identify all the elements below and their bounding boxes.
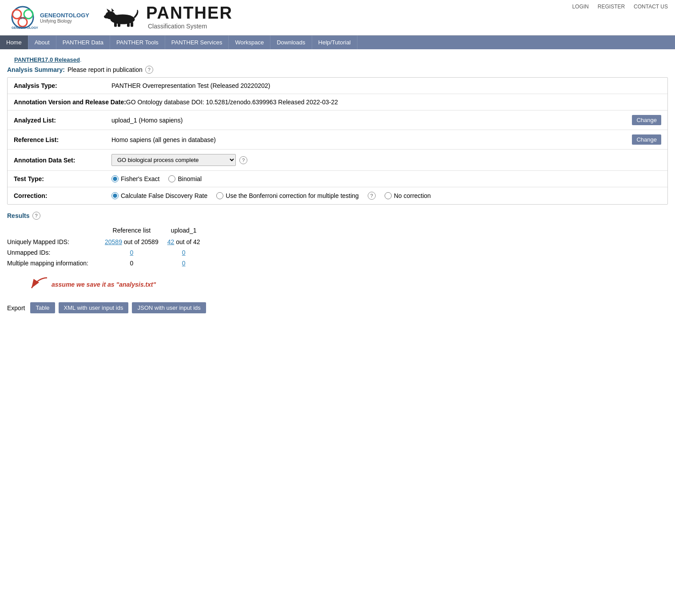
analysis-summary-help-icon[interactable]: ? [145, 66, 153, 74]
login-link[interactable]: LOGIN [572, 4, 588, 10]
analysis-type-value: PANTHER Overrepresentation Test (Release… [111, 82, 661, 89]
test-type-row: Test Type: Fisher's Exact Binomial [8, 171, 667, 187]
annotation-dataset-label: Annotation Data Set: [14, 157, 111, 164]
multiple-mapping-upload-link[interactable]: 0 [182, 260, 186, 267]
annotation-version-value: GO Ontology database DOI: 10.5281/zenodo… [126, 99, 661, 106]
analysis-type-row: Analysis Type: PANTHER Overrepresentatio… [8, 78, 667, 94]
reference-list-row: Reference List: Homo sapiens (all genes … [8, 130, 667, 150]
svg-text:GENEONTOLOGY: GENEONTOLOGY [12, 26, 38, 29]
uniquely-mapped-ref: 20589 out of 20589 [105, 237, 167, 247]
test-type-radio-group: Fisher's Exact Binomial [111, 175, 202, 182]
correction-fdr-radio[interactable] [111, 192, 119, 199]
svg-rect-13 [114, 22, 117, 27]
unmapped-upload: 0 [167, 247, 209, 258]
table-row: Uniquely Mapped IDS: 20589 out of 20589 … [7, 237, 209, 247]
correction-bonferroni-radio[interactable] [216, 192, 223, 199]
nav-item-about[interactable]: About [28, 36, 56, 49]
analyzed-list-value: upload_1 (Homo sapiens) [111, 117, 632, 124]
uniquely-mapped-upload-link[interactable]: 42 [167, 238, 175, 245]
svg-marker-12 [111, 8, 114, 12]
export-table-button[interactable]: Table [30, 302, 55, 313]
analysis-summary-note: Please report in publication [68, 66, 143, 73]
unmapped-ref-link[interactable]: 0 [130, 249, 133, 256]
table-row: Multiple mapping information: 0 0 [7, 258, 209, 269]
correction-none-label: No correction [394, 192, 431, 199]
correction-none-radio[interactable] [385, 192, 392, 199]
go-logo-svg: GO GENEONTOLOGY Unifying Biology [7, 5, 38, 30]
results-label: Results [7, 212, 30, 219]
correction-row: Correction: Calculate False Discovery Ra… [8, 187, 667, 204]
analysis-summary-label: Analysis Summary: [7, 66, 65, 73]
nav-item-panther-tools[interactable]: PANTHER Tools [110, 36, 165, 49]
nav-item-home[interactable]: Home [0, 36, 28, 49]
panther-text-group: PANTHER Classification System [146, 4, 233, 32]
correction-bonferroni-option[interactable]: Use the Bonferroni correction for multip… [216, 192, 359, 199]
unmapped-upload-link[interactable]: 0 [182, 249, 186, 256]
results-header: Results ? [7, 212, 668, 220]
results-table: Reference list upload_1 Uniquely Mapped … [7, 225, 209, 269]
analyzed-list-row: Analyzed List: upload_1 (Homo sapiens) C… [8, 111, 667, 130]
multiple-mapping-upload: 0 [167, 258, 209, 269]
svg-point-10 [104, 15, 109, 18]
save-arrow-annotation: assume we save it as "analysis.txt" [25, 276, 668, 293]
test-type-fishers-option[interactable]: Fisher's Exact [111, 175, 159, 182]
main-content: PANTHER17.0 Released. Analysis Summary: … [0, 49, 675, 318]
test-type-binomial-option[interactable]: Binomial [168, 175, 202, 182]
analysis-box: Analysis Type: PANTHER Overrepresentatio… [7, 77, 668, 205]
save-note-area: assume we save it as "analysis.txt" [7, 276, 668, 299]
nav-item-panther-data[interactable]: PANTHER Data [56, 36, 110, 49]
svg-rect-15 [127, 22, 130, 27]
geneontology-name: GENEONTOLOGY [40, 12, 89, 19]
nav-item-workspace[interactable]: Workspace [229, 36, 270, 49]
register-link[interactable]: REGISTER [598, 4, 625, 10]
correction-fdr-option[interactable]: Calculate False Discovery Rate [111, 192, 207, 199]
header-right-links: LOGIN REGISTER CONTACT US [572, 4, 668, 10]
results-col-header-ref: Reference list [105, 225, 167, 237]
analyzed-list-label: Analyzed List: [14, 117, 111, 124]
nav-item-panther-services[interactable]: PANTHER Services [165, 36, 229, 49]
panther-subtitle: Classification System [148, 23, 233, 30]
reference-list-value: Homo sapiens (all genes in database) [111, 136, 632, 143]
geneontology-logo[interactable]: GO GENEONTOLOGY Unifying Biology GENEONT… [7, 5, 89, 30]
analysis-summary-header: Analysis Summary: Please report in publi… [7, 66, 668, 74]
export-bar: Export Table XML with user input ids JSO… [7, 302, 668, 313]
export-xml-button[interactable]: XML with user input ids [59, 302, 129, 313]
announcement-bar: PANTHER17.0 Released. [7, 54, 668, 66]
announcement-suffix: . [80, 56, 82, 63]
annotation-dataset-select[interactable]: GO biological process complete GO molecu… [111, 154, 236, 166]
svg-rect-14 [118, 22, 120, 27]
panther-animal-icon [98, 5, 143, 31]
correction-radio-group: Calculate False Discovery Rate Use the B… [111, 192, 431, 200]
test-type-binomial-label: Binomial [178, 175, 202, 182]
announcement-link[interactable]: PANTHER17.0 Released [14, 56, 80, 63]
nav-item-help[interactable]: Help/Tutorial [312, 36, 357, 49]
uniquely-mapped-ref-suffix: out of 20589 [122, 238, 159, 245]
reference-list-change-button[interactable]: Change [632, 134, 661, 145]
correction-help-icon[interactable]: ? [368, 192, 376, 200]
analyzed-list-change-button[interactable]: Change [632, 115, 661, 125]
nav-item-downloads[interactable]: Downloads [270, 36, 312, 49]
header-wrapper: GO GENEONTOLOGY Unifying Biology GENEONT… [0, 0, 675, 49]
test-type-fishers-label: Fisher's Exact [121, 175, 159, 182]
panther-logo-text: PANTHER [146, 4, 233, 23]
analysis-type-label: Analysis Type: [14, 82, 111, 89]
test-type-fishers-radio[interactable] [111, 175, 119, 182]
multiple-mapping-ref: 0 [105, 258, 167, 269]
annotation-version-label: Annotation Version and Release Date: [14, 99, 126, 106]
contact-link[interactable]: CONTACT US [634, 4, 668, 10]
table-row: Unmapped IDs: 0 0 [7, 247, 209, 258]
uniquely-mapped-label: Uniquely Mapped IDS: [7, 237, 105, 247]
unmapped-label: Unmapped IDs: [7, 247, 105, 258]
annotation-dataset-help-icon[interactable]: ? [239, 156, 247, 164]
annotation-version-row: Annotation Version and Release Date: GO … [8, 94, 667, 111]
results-help-icon[interactable]: ? [32, 212, 40, 220]
results-col-header-upload: upload_1 [167, 225, 209, 237]
correction-label: Correction: [14, 192, 111, 199]
export-json-button[interactable]: JSON with user input ids [132, 302, 206, 313]
correction-none-option[interactable]: No correction [385, 192, 431, 199]
test-type-binomial-radio[interactable] [168, 175, 175, 182]
svg-rect-16 [131, 22, 133, 27]
uniquely-mapped-ref-link[interactable]: 20589 [105, 238, 122, 245]
svg-point-9 [111, 14, 118, 20]
annotation-dataset-row: Annotation Data Set: GO biological proce… [8, 150, 667, 171]
